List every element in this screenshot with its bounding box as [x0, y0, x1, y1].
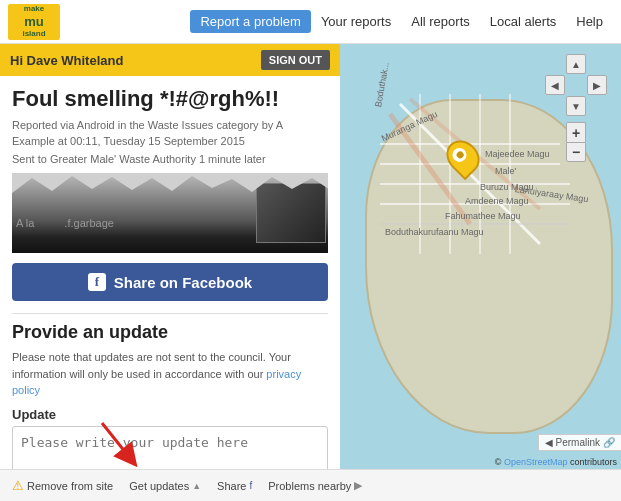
update-section: Provide an update Please note that updat…	[12, 313, 328, 469]
bottom-share[interactable]: Share f	[209, 480, 260, 492]
share-icon: f	[249, 480, 252, 491]
nav-up-button[interactable]: ▲	[566, 54, 586, 74]
nav-report-problem[interactable]: Report a problem	[190, 10, 310, 33]
nav-cross: ▲ ◀ ▶ ▼	[545, 54, 607, 116]
osm-link[interactable]: OpenStreetMap	[504, 457, 568, 467]
update-note-text: Please note that updates are not sent to…	[12, 351, 291, 380]
get-updates-chevron: ▲	[192, 481, 201, 491]
left-panel: Hi Dave Whiteland SIGN OUT Foul smelling…	[0, 44, 340, 469]
report-meta: Reported via Android in the Waste Issues…	[12, 118, 328, 149]
link-icon: 🔗	[603, 437, 615, 448]
nav-all-reports[interactable]: All reports	[401, 10, 480, 33]
problems-chevron-right: ▶	[354, 479, 362, 492]
nav-empty-br	[587, 96, 607, 116]
map-background: Muranga Magu Majeedee Magu Male' Buruzu …	[340, 44, 621, 469]
update-label: Update	[12, 407, 328, 422]
pin-dot	[455, 150, 465, 160]
logo[interactable]: make mu island	[8, 4, 60, 40]
remove-label: Remove from site	[27, 480, 113, 492]
bottom-problems-nearby[interactable]: Problems nearby ▶	[260, 479, 370, 492]
map-panel: Muranga Magu Majeedee Magu Male' Buruzu …	[340, 44, 621, 469]
facebook-icon: f	[88, 273, 106, 291]
facebook-share-button[interactable]: f Share on Facebook	[12, 263, 328, 301]
warning-icon: ⚠	[12, 478, 24, 493]
nav-links: Report a problem Your reports All report…	[190, 10, 613, 33]
zoom-out-button[interactable]: −	[566, 142, 586, 162]
report-content: Foul smelling *!#@rgh%!! Reported via An…	[0, 76, 340, 469]
logo-line3: island	[22, 29, 45, 39]
permalink-label: Permalink	[556, 437, 600, 448]
map-controls: ▲ ◀ ▶ ▼ + −	[545, 54, 607, 162]
user-greeting: Hi Dave Whiteland	[10, 53, 123, 68]
street-label-boduthakuru: Boduthakurufaanu Magu	[385, 227, 484, 237]
zoom-controls: + −	[566, 122, 586, 162]
image-label-right: .f.garbage	[34, 217, 114, 229]
bottom-get-updates[interactable]: Get updates ▲	[121, 480, 209, 492]
update-note: Please note that updates are not sent to…	[12, 349, 328, 399]
facebook-share-label: Share on Facebook	[114, 274, 252, 291]
nav-local-alerts[interactable]: Local alerts	[480, 10, 566, 33]
report-sent: Sent to Greater Male' Waste Authority 1 …	[12, 153, 328, 165]
nav-empty-bl	[545, 96, 565, 116]
nav-empty-center	[566, 75, 586, 95]
zoom-in-button[interactable]: +	[566, 122, 586, 142]
report-title: Foul smelling *!#@rgh%!!	[12, 86, 328, 112]
nav-help[interactable]: Help	[566, 10, 613, 33]
bottom-bar: ⚠ Remove from site Get updates ▲ Share f…	[0, 469, 621, 501]
nav-empty-tr	[587, 54, 607, 74]
update-textarea[interactable]	[12, 426, 328, 469]
share-label: Share	[217, 480, 246, 492]
permalink-bar[interactable]: ◀ Permalink 🔗	[538, 434, 621, 451]
street-label-amdeene: Amdeene Magu	[465, 196, 529, 206]
osm-attribution: © OpenStreetMap contributors	[495, 457, 617, 467]
street-label-fahumathee: Fahumathee Magu	[445, 211, 521, 221]
nav-right-button[interactable]: ▶	[587, 75, 607, 95]
permalink-arrow: ◀	[545, 437, 553, 448]
image-label-left: A la	[12, 217, 34, 229]
sign-out-button[interactable]: SIGN OUT	[261, 50, 330, 70]
update-input-wrapper	[12, 426, 328, 469]
nav-empty-tl	[545, 54, 565, 74]
bottom-remove-from-site[interactable]: ⚠ Remove from site	[4, 478, 121, 493]
logo-area: make mu island	[8, 4, 60, 40]
report-image: A la .f.garbage	[12, 173, 328, 253]
update-heading: Provide an update	[12, 322, 328, 343]
map-pin	[448, 139, 478, 175]
logo-line2: mu	[24, 14, 44, 30]
nav-your-reports[interactable]: Your reports	[311, 10, 401, 33]
pin-inner	[450, 145, 470, 165]
street-label-male: Male'	[495, 166, 516, 176]
logo-line1: make	[24, 4, 44, 14]
get-updates-label: Get updates	[129, 480, 189, 492]
top-nav: make mu island Report a problem Your rep…	[0, 0, 621, 44]
user-bar: Hi Dave Whiteland SIGN OUT	[0, 44, 340, 76]
street-label-majeedee: Majeedee Magu	[485, 149, 550, 159]
main-area: Hi Dave Whiteland SIGN OUT Foul smelling…	[0, 44, 621, 469]
problems-nearby-label: Problems nearby	[268, 480, 351, 492]
nav-down-button[interactable]: ▼	[566, 96, 586, 116]
nav-left-button[interactable]: ◀	[545, 75, 565, 95]
